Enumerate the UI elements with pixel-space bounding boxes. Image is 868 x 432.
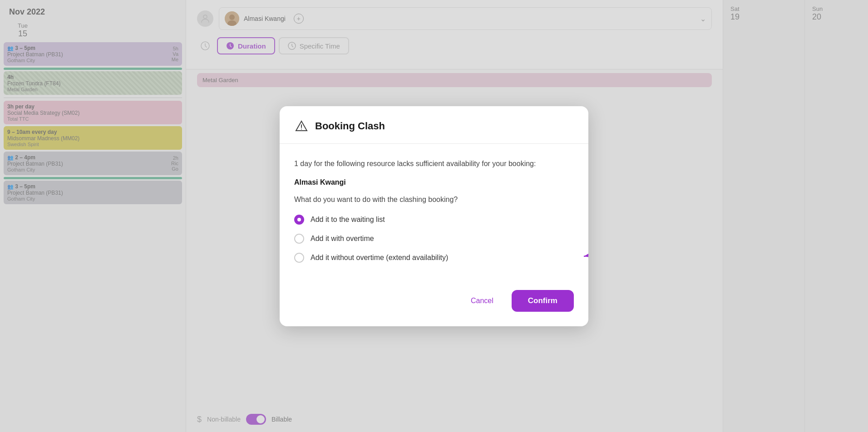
app-container: Nov 2022 Tue 15 👥 3 – 5pm Project Batman… — [0, 0, 868, 432]
modal-body: 1 day for the following resource lacks s… — [280, 144, 588, 281]
warning-triangle-icon — [294, 119, 309, 133]
modal-title: Booking Clash — [315, 120, 385, 132]
radio-circle-waiting-list — [294, 215, 304, 225]
modal-resource-name: Almasi Kwangi — [294, 178, 574, 187]
modal-footer: Cancel Confirm — [280, 281, 588, 326]
modal-description: 1 day for the following resource lacks s… — [294, 158, 574, 169]
radio-option-waiting-list[interactable]: Add it to the waiting list — [294, 215, 574, 225]
radio-label-extend: Add it without overtime (extend availabi… — [311, 254, 448, 262]
cancel-button[interactable]: Cancel — [464, 291, 501, 310]
radio-option-overtime[interactable]: Add it with overtime — [294, 234, 574, 244]
radio-circle-overtime — [294, 234, 304, 244]
radio-option-extend[interactable]: Add it without overtime (extend availabi… — [294, 253, 574, 263]
confirm-button[interactable]: Confirm — [512, 290, 574, 312]
modal-header: Booking Clash — [280, 106, 588, 144]
booking-clash-modal: Booking Clash 1 day for the following re… — [280, 106, 588, 326]
modal-overlay: Booking Clash 1 day for the following re… — [0, 0, 868, 432]
radio-label-overtime: Add it with overtime — [311, 235, 374, 243]
modal-question: What do you want to do with the clashing… — [294, 196, 574, 204]
svg-point-10 — [301, 128, 302, 129]
radio-label-waiting-list: Add it to the waiting list — [311, 216, 385, 224]
radio-circle-extend — [294, 253, 304, 263]
